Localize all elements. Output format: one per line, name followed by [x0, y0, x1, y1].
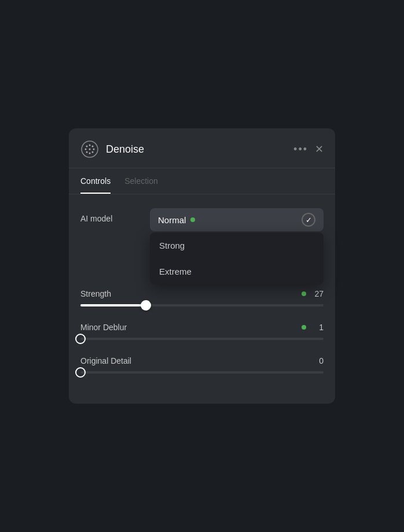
original-detail-label: Original Detail	[80, 356, 306, 365]
minor-deblur-dot	[302, 325, 306, 330]
tab-bar: Controls Selection	[69, 168, 335, 194]
denoise-icon	[80, 140, 99, 158]
strength-track[interactable]	[80, 304, 324, 306]
panel-title: Denoise	[106, 143, 293, 156]
more-button[interactable]: •••	[293, 143, 308, 156]
strength-label: Strength	[80, 289, 298, 298]
svg-point-8	[92, 146, 94, 147]
tab-selection[interactable]: Selection	[124, 168, 158, 194]
strength-section: Strength 27	[80, 289, 324, 306]
minor-deblur-value: 1	[306, 323, 324, 332]
svg-point-5	[93, 149, 95, 150]
tab-controls[interactable]: Controls	[80, 168, 111, 194]
panel-content: AI model Normal ✓ Strong Extreme	[69, 194, 335, 404]
strength-dot	[302, 291, 306, 296]
denoise-panel: Denoise ••• ✕ Controls Selection AI mode…	[69, 128, 335, 404]
original-detail-section: Original Detail 0	[80, 356, 324, 374]
strength-value: 27	[306, 289, 324, 298]
minor-deblur-label: Minor Deblur	[80, 323, 298, 332]
strength-thumb[interactable]	[141, 300, 151, 311]
minor-deblur-track[interactable]	[80, 338, 324, 340]
strength-header: Strength 27	[80, 289, 324, 298]
original-detail-header: Original Detail 0	[80, 356, 324, 365]
close-button[interactable]: ✕	[315, 144, 324, 154]
svg-point-3	[89, 153, 91, 154]
dropdown-active-dot	[190, 217, 195, 222]
ai-model-dropdown: Normal ✓ Strong Extreme	[150, 208, 324, 231]
svg-point-1	[89, 149, 91, 150]
svg-point-2	[89, 145, 91, 146]
dropdown-selected-text: Normal	[158, 215, 186, 225]
svg-point-9	[86, 152, 88, 153]
strength-fill	[80, 304, 146, 306]
minor-deblur-header: Minor Deblur 1	[80, 323, 324, 332]
dropdown-selected[interactable]: Normal ✓	[150, 208, 324, 231]
minor-deblur-thumb[interactable]	[75, 334, 86, 344]
original-detail-thumb[interactable]	[75, 367, 86, 378]
original-detail-value: 0	[306, 356, 324, 365]
dropdown-menu: Strong Extreme	[150, 232, 324, 285]
ai-model-row: AI model Normal ✓ Strong Extreme	[80, 208, 324, 231]
svg-point-7	[92, 152, 94, 153]
original-detail-track[interactable]	[80, 371, 324, 374]
svg-point-4	[85, 149, 87, 150]
dropdown-check-icon: ✓	[302, 213, 315, 227]
minor-deblur-section: Minor Deblur 1	[80, 323, 324, 340]
ai-model-label: AI model	[80, 208, 150, 223]
svg-point-6	[86, 146, 88, 147]
panel-header: Denoise ••• ✕	[69, 128, 335, 168]
dropdown-option-strong[interactable]: Strong	[150, 232, 324, 258]
dropdown-option-extreme[interactable]: Extreme	[150, 258, 324, 285]
